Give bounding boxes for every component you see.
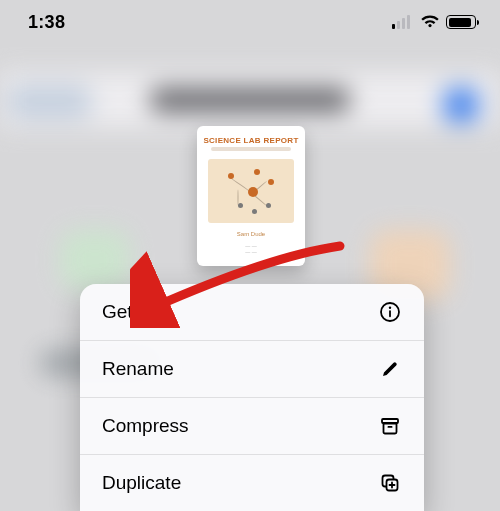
context-menu: Get Info Rename Compress Duplicate (80, 284, 424, 511)
document-subtitle-line (211, 147, 291, 151)
menu-item-rename[interactable]: Rename (80, 340, 424, 397)
info-circle-icon (378, 300, 402, 324)
menu-item-label: Get Info (102, 301, 170, 323)
svg-rect-4 (388, 426, 393, 428)
menu-item-compress[interactable]: Compress (80, 397, 424, 454)
duplicate-icon (378, 471, 402, 495)
wifi-icon (420, 15, 440, 29)
menu-item-label: Compress (102, 415, 189, 437)
menu-item-label: Duplicate (102, 472, 181, 494)
menu-item-label: Rename (102, 358, 174, 380)
document-artwork (208, 159, 294, 223)
document-thumbnail[interactable]: SCIENCE LAB REPORT Sam Dude — —— — (197, 126, 305, 266)
menu-item-duplicate[interactable]: Duplicate (80, 454, 424, 511)
svg-rect-3 (382, 419, 398, 423)
status-time: 1:38 (28, 12, 65, 33)
status-bar: 1:38 (0, 0, 500, 44)
status-indicators (392, 15, 476, 29)
svg-point-1 (389, 307, 391, 309)
svg-rect-2 (389, 310, 391, 317)
menu-item-get-info[interactable]: Get Info (80, 284, 424, 340)
document-meta-lines: — —— — (245, 243, 256, 255)
document-title: SCIENCE LAB REPORT (203, 136, 298, 145)
archivebox-icon (378, 414, 402, 438)
battery-icon (446, 15, 476, 29)
document-author: Sam Dude (237, 231, 265, 239)
cellular-icon (392, 15, 414, 29)
pencil-icon (378, 357, 402, 381)
